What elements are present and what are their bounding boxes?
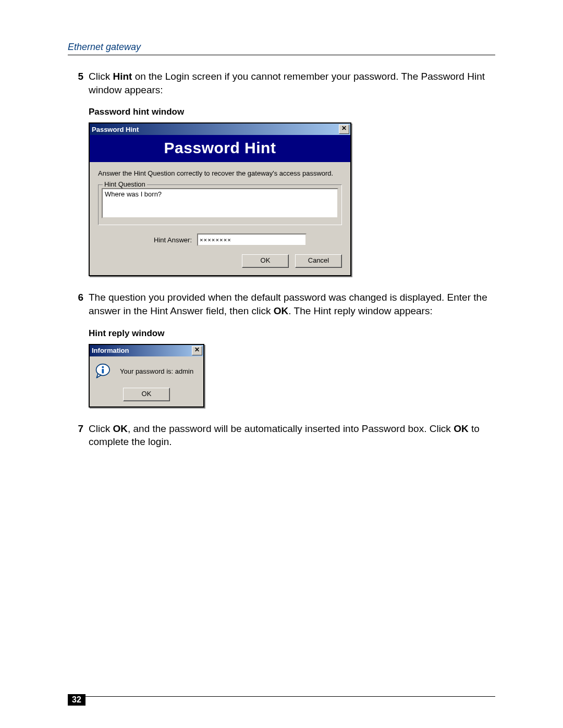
hint-question-text: Where was I born? (102, 188, 338, 218)
info-row: Your password is: admin (95, 363, 198, 380)
info-icon (95, 363, 113, 380)
manual-page: Ethernet gateway 5 Click Hint on the Log… (0, 0, 563, 728)
hint-answer-row: Hint Answer: (98, 233, 342, 246)
cancel-button[interactable]: Cancel (295, 254, 342, 268)
hint-question-fieldset: Hint Question Where was I born? (98, 184, 342, 225)
close-icon[interactable]: ✕ (339, 125, 349, 134)
titlebar: Information ✕ (90, 345, 203, 356)
step-5: 5 Click Hint on the Login screen if you … (68, 70, 495, 96)
footer-rule (68, 696, 495, 697)
step-6: 6 The question you provided when the def… (68, 291, 495, 317)
caption-hint-reply: Hint reply window (89, 328, 495, 339)
step-number: 5 (68, 70, 89, 96)
dialog2-button-row: OK (95, 388, 198, 401)
hint-answer-label: Hint Answer: (98, 236, 197, 244)
svg-point-1 (102, 366, 104, 368)
dialog-banner: Password Hint (90, 135, 350, 162)
dialog-body: Answer the Hint Question correctly to re… (90, 162, 350, 275)
caption-password-hint: Password hint window (89, 107, 495, 117)
ok-button[interactable]: OK (123, 388, 170, 401)
svg-rect-2 (102, 368, 104, 373)
titlebar-text: Password Hint (92, 126, 139, 133)
step-7: 7 Click OK, and the password will be aut… (68, 422, 495, 449)
dialog-body: Your password is: admin OK (90, 356, 203, 406)
step-number: 7 (68, 422, 89, 449)
titlebar: Password Hint ✕ (90, 124, 350, 135)
page-header: Ethernet gateway (68, 42, 495, 55)
hint-answer-input[interactable] (197, 233, 307, 246)
instruction-text: Answer the Hint Question correctly to re… (98, 169, 342, 177)
info-message: Your password is: admin (120, 367, 193, 375)
step-text: Click OK, and the password will be autom… (89, 422, 495, 449)
dialog1-button-row: OK Cancel (98, 254, 342, 268)
password-hint-dialog: Password Hint ✕ Password Hint Answer the… (89, 122, 351, 276)
close-icon[interactable]: ✕ (192, 346, 202, 355)
step-text: The question you provided when the defau… (89, 291, 495, 317)
fieldset-legend: Hint Question (103, 180, 147, 188)
ok-button[interactable]: OK (242, 254, 289, 268)
titlebar-text: Information (92, 347, 129, 354)
step-text: Click Hint on the Login screen if you ca… (89, 70, 495, 96)
page-number: 32 (68, 694, 85, 706)
header-label: Ethernet gateway (68, 42, 141, 52)
step-number: 6 (68, 291, 89, 317)
information-dialog: Information ✕ Your password is: admin OK (89, 344, 204, 408)
page-footer: 32 (68, 696, 495, 697)
